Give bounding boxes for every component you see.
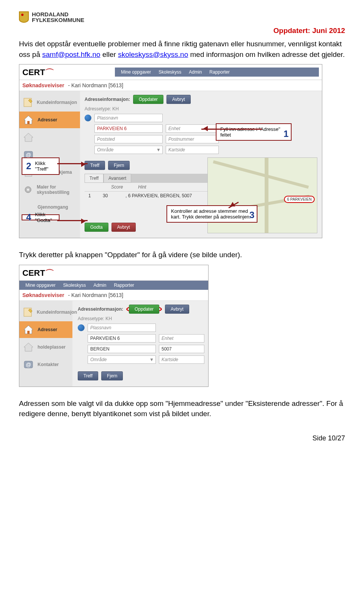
svg-text:@: @ <box>26 362 31 368</box>
top-menu: Mine oppgaver Skoleskyss Admin Rapporter <box>115 68 319 77</box>
poststed-field-2[interactable]: BERGEN <box>88 345 156 353</box>
sidebar-item-adresser[interactable]: Adresser <box>19 112 80 128</box>
notepad-icon <box>22 96 34 108</box>
paragraph-2: Trykk deretter på knappen "Oppdater" for… <box>19 250 345 260</box>
notepad-icon-2 <box>22 306 34 318</box>
breadcrumb: Søknadsveiviser - Kari Nordmann [5613] <box>19 80 322 91</box>
menu2-mine-oppgaver[interactable]: Mine oppgaver <box>25 283 55 288</box>
sidebar2-kontakter[interactable]: @ Kontakter <box>19 356 72 373</box>
wizard-title: Søknadsveiviser <box>22 82 64 88</box>
sidebar2-adresser[interactable]: Adresser <box>19 321 72 338</box>
sidebar2-kundeinformasjon[interactable]: Kundeinformasjon <box>19 304 72 321</box>
menu2-admin[interactable]: Admin <box>93 283 106 288</box>
check-icon <box>22 201 35 213</box>
sidebar-item-kundeinformasjon[interactable]: Kundeinformasjon <box>19 94 80 111</box>
page-footer: Side 10/27 <box>19 434 345 442</box>
arc-icon-2: ⌒ <box>45 267 54 280</box>
oppdater-button[interactable]: Oppdater <box>133 95 163 104</box>
sidebar-item-holdeplasser[interactable]: holdeplasser <box>19 129 80 146</box>
callout-1: Fyll inn adresse i "Adresse" feltet 1 <box>216 123 292 141</box>
omrade-field-2[interactable]: Område ▼ <box>88 355 156 364</box>
callout-2: 2 Klikk "Treff" <box>22 157 60 175</box>
crest-icon <box>19 11 29 23</box>
addrtype-label: Adressetype: KH <box>85 106 119 112</box>
fjern-button-2[interactable]: Fjern <box>101 371 123 380</box>
paragraph-3: Adressen som ble valgt vil da dukke opp … <box>19 398 345 419</box>
addrinfo-label: Adresseinformasjon: <box>85 97 130 102</box>
cert-logo: CERT⌒ <box>22 66 54 78</box>
org-line1: HORDALAND <box>32 11 84 17</box>
globe-icon-2[interactable] <box>78 324 85 331</box>
adresse-field[interactable]: PARKVEIEN 6 <box>94 124 163 133</box>
map-marker: 6 PARKVEIEN <box>284 196 315 203</box>
plassnavn-field[interactable]: Plassnavn <box>94 114 163 122</box>
oppdater-button-2[interactable]: Oppdater <box>129 305 159 314</box>
main-panel-2: Adresseinformasjon: Oppdater Avbryt Adre… <box>72 301 210 387</box>
arc-icon: ⌒ <box>45 67 54 79</box>
tab-avansert[interactable]: Avansert <box>104 174 131 183</box>
top-menu-2: Mine oppgaver Skoleskyss Admin Rapporter <box>19 281 208 290</box>
screenshot-2: CERT⌒ Mine oppgaver Skoleskyss Admin Rap… <box>19 265 209 387</box>
addrtype-label-2: Adressetype: KH <box>78 316 112 321</box>
tab-treff[interactable]: Treff <box>85 174 104 183</box>
menu2-rapporter[interactable]: Rapporter <box>114 283 134 288</box>
godta-button[interactable]: Godta <box>85 223 108 232</box>
user-name: - Kari Nordmann [5613] <box>68 82 124 88</box>
callout-3: Kontroller at adresse stemmer med kart. … <box>166 205 257 223</box>
plassnavn-field-2[interactable]: Plassnavn <box>88 324 156 332</box>
chevron-down-icon-2: ▼ <box>149 357 154 362</box>
menu2-skoleskyss[interactable]: Skoleskyss <box>63 283 86 288</box>
omrade-field[interactable]: Område ▼ <box>94 146 163 154</box>
at-icon-2: @ <box>22 358 35 371</box>
col-score: Score <box>111 184 123 190</box>
postnr-field[interactable]: Postnummer <box>166 135 219 143</box>
house-icon <box>22 114 35 126</box>
sidebar-2: Kundeinformasjon Adresser holdeplasser @… <box>19 301 72 387</box>
sidebar2-holdeplasser[interactable]: holdeplasser <box>19 339 72 355</box>
enhet-field-2[interactable]: Enhet <box>159 334 204 343</box>
postnr-field-2[interactable]: 5007 <box>159 345 204 353</box>
menu-admin[interactable]: Admin <box>189 69 202 75</box>
adresse-field-2[interactable]: PARKVEIEN 6 <box>88 334 156 343</box>
org-header: HORDALAND FYLKESKOMMUNE <box>19 11 345 23</box>
avbryt-button-2[interactable]: Avbryt <box>165 305 189 314</box>
col-hint: Hint <box>138 184 146 190</box>
menu-skoleskyss[interactable]: Skoleskyss <box>158 69 181 75</box>
addrinfo-label-2: Adresseinformasjon: <box>78 306 123 312</box>
cert-logo-2: CERT⌒ <box>22 267 54 279</box>
menu-rapporter[interactable]: Rapporter <box>209 69 229 75</box>
fjern-button[interactable]: Fjern <box>108 161 130 170</box>
avbryt2-button[interactable]: Avbryt <box>111 223 136 232</box>
kartside-field-2[interactable]: Kartside <box>159 355 204 364</box>
arrow-1 <box>201 129 262 130</box>
callout-4: 4 Klikk "Godta" <box>22 214 60 220</box>
screenshot-1: CERT⌒ Mine oppgaver Skoleskyss Admin Rap… <box>19 64 322 238</box>
org-line2: FYLKESKOMMUNE <box>32 17 84 23</box>
updated-label: Oppdatert: Juni 2012 <box>19 27 345 35</box>
svg-point-8 <box>27 189 29 191</box>
house-icon-2 <box>22 324 35 336</box>
house-grey-icon-2 <box>22 341 35 353</box>
arrow-4 <box>57 220 88 221</box>
main-panel-1: Adresseinformasjon: Oppdater Avbryt Adre… <box>80 91 322 238</box>
gear-icon <box>22 184 34 196</box>
svg-rect-1 <box>27 121 30 124</box>
org-name: HORDALAND FYLKESKOMMUNE <box>32 11 84 23</box>
avbryt-button[interactable]: Avbryt <box>166 95 191 104</box>
house-grey-icon <box>22 131 35 143</box>
svg-text:@: @ <box>26 152 31 158</box>
email-link-1[interactable]: samf@post.hfk.no <box>42 50 100 58</box>
paragraph-1: Hvis det oppstår eventuelle problemer me… <box>19 39 345 60</box>
breadcrumb-2: Søknadsveiviser - Kari Nordmann [5613] <box>19 290 208 301</box>
poststed-field[interactable]: Poststed <box>94 135 163 143</box>
sidebar-item-maler[interactable]: Maler for skyssbestilling <box>19 181 80 198</box>
oppdater-highlight: Oppdater <box>126 305 162 313</box>
menu-mine-oppgaver[interactable]: Mine oppgaver <box>121 69 151 75</box>
chevron-down-icon: ▼ <box>156 147 161 152</box>
treff-button-2[interactable]: Treff <box>78 371 98 380</box>
kartside-field[interactable]: Kartside <box>166 146 219 154</box>
arrow-2 <box>57 163 88 164</box>
globe-icon[interactable] <box>85 115 91 121</box>
svg-rect-10 <box>27 331 30 334</box>
email-link-2[interactable]: skoleskyss@skyss.no <box>118 50 188 58</box>
